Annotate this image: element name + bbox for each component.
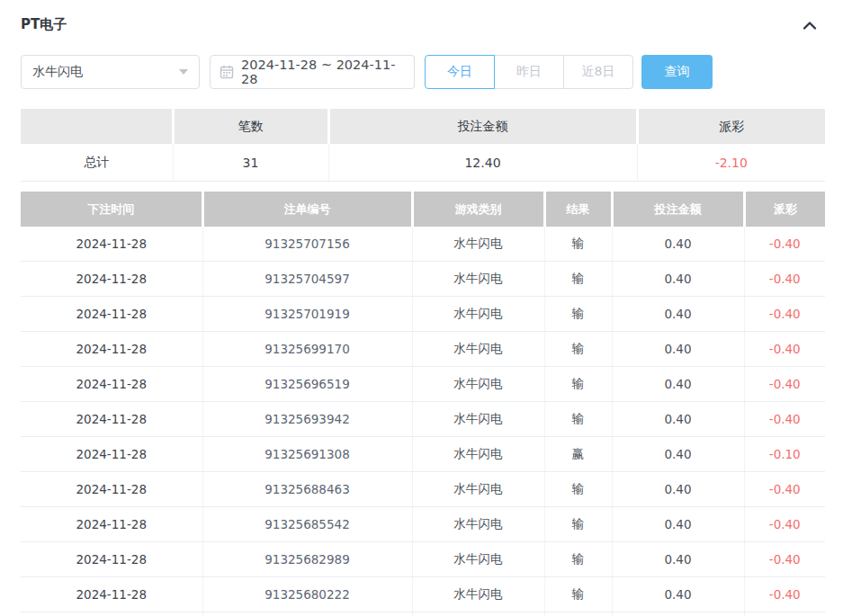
table-cell: 91325680222 [202,577,412,612]
page-title: PT电子 [21,16,67,33]
summary-total-payout: -2.10 [637,144,825,182]
summary-header-row: 笔数 投注金额 派彩 [21,109,825,144]
table-cell: 0.40 [612,367,744,402]
table-cell: 91325688463 [202,472,412,507]
calendar-icon [220,65,234,79]
table-row: 2024-11-2891325696519水牛闪电输0.40-0.40 [21,367,825,402]
summary-total-bet-amount: 12.40 [328,144,637,182]
query-button[interactable]: 查询 [641,55,713,89]
table-row: 水牛闪电输 [21,612,825,616]
detail-table-body: 2024-11-2891325707156水牛闪电输0.40-0.402024-… [21,227,825,616]
detail-header-bet-time: 下注时间 [21,192,202,227]
pt-games-panel: PT电子 水牛闪电 [0,0,843,616]
last-8-days-button[interactable]: 近8日 [563,55,633,89]
table-cell: 91325699170 [202,332,412,367]
table-cell: 91325693942 [202,402,412,437]
table-cell: -0.40 [744,507,825,542]
table-cell: 输 [544,367,612,402]
summary-total-row: 总计 31 12.40 -2.10 [21,144,825,182]
table-cell [744,612,825,616]
table-cell: 0.40 [612,437,744,472]
table-cell: -0.40 [744,472,825,507]
summary-header-count: 笔数 [173,109,328,144]
table-cell: 2024-11-28 [21,437,202,472]
table-row: 2024-11-2891325701919水牛闪电输0.40-0.40 [21,297,825,332]
table-cell: 输 [544,332,612,367]
table-cell: 91325696519 [202,367,412,402]
table-cell: 水牛闪电 [412,472,544,507]
table-cell: -0.40 [744,367,825,402]
table-cell: 2024-11-28 [21,227,202,262]
summary-total-count: 31 [173,144,328,182]
table-cell: 水牛闪电 [412,577,544,612]
table-cell: 水牛闪电 [412,507,544,542]
table-cell: 2024-11-28 [21,472,202,507]
summary-table: 笔数 投注金额 派彩 总计 31 12.40 -2.10 [21,109,825,182]
table-cell: 0.40 [612,472,744,507]
detail-header-row: 下注时间 注单编号 游戏类别 结果 投注金额 派彩 [21,192,825,227]
table-cell: 0.40 [612,542,744,577]
table-cell: 水牛闪电 [412,402,544,437]
table-cell: 2024-11-28 [21,542,202,577]
table-cell: 0.40 [612,577,744,612]
table-cell: -0.10 [744,437,825,472]
table-row: 2024-11-2891325707156水牛闪电输0.40-0.40 [21,227,825,262]
table-cell: 水牛闪电 [412,262,544,297]
summary-total-label: 总计 [21,144,173,182]
table-cell: -0.40 [744,262,825,297]
table-cell: -0.40 [744,542,825,577]
table-cell: 91325682989 [202,542,412,577]
table-cell: 输 [544,542,612,577]
table-cell: 输 [544,612,612,616]
table-cell: 91325704597 [202,262,412,297]
caret-down-icon [179,69,188,75]
table-cell: 2024-11-28 [21,507,202,542]
table-cell: 水牛闪电 [412,297,544,332]
game-select-value: 水牛闪电 [32,64,83,80]
table-cell: 0.40 [612,507,744,542]
table-cell: 输 [544,577,612,612]
table-cell: -0.40 [744,577,825,612]
table-cell: 2024-11-28 [21,402,202,437]
detail-header-order-number: 注单编号 [202,192,412,227]
table-cell: 0.40 [612,227,744,262]
table-cell: 0.40 [612,332,744,367]
table-cell: 输 [544,227,612,262]
collapse-chevron-up-icon[interactable] [802,19,818,31]
today-button[interactable]: 今日 [425,55,495,89]
detail-header-bet-amount: 投注金额 [612,192,744,227]
table-row: 2024-11-2891325691308水牛闪电赢0.40-0.10 [21,437,825,472]
table-cell: 91325707156 [202,227,412,262]
table-cell: 2024-11-28 [21,367,202,402]
detail-table: 下注时间 注单编号 游戏类别 结果 投注金额 派彩 2024-11-289132… [21,192,825,616]
quick-range-group: 今日 昨日 近8日 [425,55,633,89]
table-row: 2024-11-2891325682989水牛闪电输0.40-0.40 [21,542,825,577]
table-cell: 输 [544,262,612,297]
table-cell: 水牛闪电 [412,332,544,367]
table-row: 2024-11-2891325699170水牛闪电输0.40-0.40 [21,332,825,367]
table-cell: 0.40 [612,262,744,297]
table-cell: 输 [544,297,612,332]
panel-header: PT电子 [21,0,825,33]
date-range-input[interactable]: 2024-11-28 ~ 2024-11-28 [210,55,415,89]
table-cell: 水牛闪电 [412,367,544,402]
table-cell: -0.40 [744,402,825,437]
table-cell: -0.40 [744,332,825,367]
table-row: 2024-11-2891325704597水牛闪电输0.40-0.40 [21,262,825,297]
table-cell: 水牛闪电 [412,437,544,472]
detail-header-game-category: 游戏类别 [412,192,544,227]
table-row: 2024-11-2891325685542水牛闪电输0.40-0.40 [21,507,825,542]
yesterday-button[interactable]: 昨日 [494,55,564,89]
table-cell: 水牛闪电 [412,612,544,616]
table-cell: 2024-11-28 [21,297,202,332]
table-row: 2024-11-2891325680222水牛闪电输0.40-0.40 [21,577,825,612]
detail-header-result: 结果 [544,192,612,227]
table-cell: -0.40 [744,227,825,262]
table-cell: 输 [544,402,612,437]
game-select[interactable]: 水牛闪电 [21,55,200,89]
table-cell [612,612,744,616]
detail-header-payout: 派彩 [744,192,825,227]
table-cell: 输 [544,472,612,507]
table-cell: 2024-11-28 [21,332,202,367]
table-cell: 赢 [544,437,612,472]
